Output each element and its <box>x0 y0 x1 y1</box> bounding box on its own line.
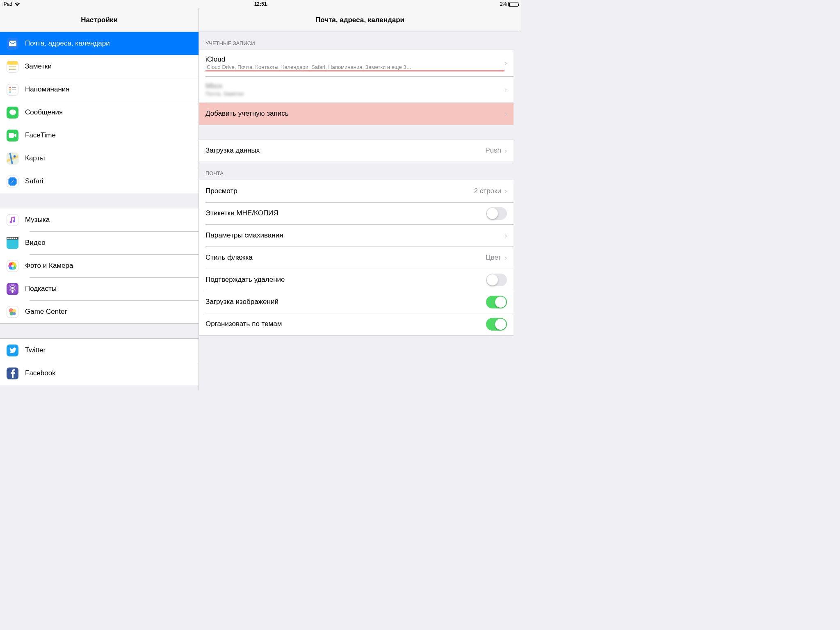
sidebar-item-карты[interactable]: Карты <box>0 147 199 170</box>
sidebar-item-видео[interactable]: Видео <box>0 231 199 254</box>
chevron-right-icon: › <box>504 187 507 196</box>
sidebar-item-facebook[interactable]: Facebook <box>0 362 199 385</box>
sidebar-item-label: Карты <box>25 154 192 162</box>
row-label: Стиль флажка <box>205 253 486 262</box>
sidebar-item-подкасты[interactable]: Подкасты <box>0 277 199 300</box>
facetime-icon <box>7 130 18 142</box>
row-label: Этикетки МНЕ/КОПИЯ <box>205 209 486 217</box>
svg-rect-24 <box>9 237 11 239</box>
clock: 12:51 <box>254 1 267 7</box>
account-subtitle: iCloud Drive, Почта, Контакты, Календари… <box>205 64 504 71</box>
row-label: Подтверждать удаление <box>205 276 486 284</box>
svg-point-8 <box>9 87 11 88</box>
sidebar-item-label: Safari <box>25 177 192 185</box>
safari-icon <box>7 176 18 187</box>
detail-title: Почта, адреса, календари <box>315 16 404 24</box>
photos-icon <box>7 260 18 272</box>
sidebar-item-label: Twitter <box>25 346 192 354</box>
sidebar-item-заметки[interactable]: Заметки <box>0 55 199 78</box>
maps-icon <box>7 153 18 164</box>
fetch-value: Push <box>485 146 501 155</box>
sidebar-item-game-center[interactable]: Game Center <box>0 300 199 323</box>
fetch-row[interactable]: Загрузка данных Push › <box>199 139 514 162</box>
accounts-header: УЧЕТНЫЕ ЗАПИСИ <box>199 32 514 50</box>
svg-point-45 <box>13 312 16 315</box>
svg-rect-14 <box>9 133 14 138</box>
sidebar-item-почта-адреса-календари[interactable]: Почта, адреса, календари <box>0 32 199 55</box>
account-title: Mbox <box>205 82 504 90</box>
notes-icon <box>7 61 18 73</box>
chevron-right-icon: › <box>504 85 507 94</box>
sidebar-title-bar: Настройки <box>0 8 199 32</box>
sidebar-item-label: Почта, адреса, календари <box>25 39 192 48</box>
sidebar-item-facetime[interactable]: FaceTime <box>0 124 199 147</box>
chevron-right-icon: › <box>504 59 507 68</box>
svg-point-10 <box>9 91 11 93</box>
chevron-right-icon: › <box>504 146 507 155</box>
mail-row-загрузка-изображений[interactable]: Загрузка изображений <box>199 291 514 313</box>
podcasts-icon <box>7 283 18 295</box>
sidebar-item-сообщения[interactable]: Сообщения <box>0 101 199 124</box>
svg-rect-25 <box>11 237 13 239</box>
twitter-icon <box>7 345 18 356</box>
svg-rect-23 <box>7 237 9 239</box>
sidebar-item-label: Музыка <box>25 216 192 224</box>
account-title: iCloud <box>205 55 504 64</box>
toggle-switch[interactable] <box>486 296 507 308</box>
row-label: Организовать по темам <box>205 320 486 328</box>
chevron-right-icon: › <box>504 110 507 118</box>
battery-percent: 2% <box>500 1 507 7</box>
mail-row-организовать-по-темам[interactable]: Организовать по темам <box>199 313 514 335</box>
sidebar-item-label: Напоминания <box>25 85 192 94</box>
status-bar: iPad 12:51 2% <box>0 0 521 8</box>
svg-rect-27 <box>16 237 17 239</box>
fetch-label: Загрузка данных <box>205 146 485 155</box>
sidebar-item-label: Заметки <box>25 62 192 71</box>
sidebar-item-label: Фото и Камера <box>25 262 192 270</box>
settings-sidebar: Настройки Почта, адреса, календариЗаметк… <box>0 8 199 390</box>
mail-header: ПОЧТА <box>199 162 514 180</box>
reminders-icon <box>7 84 18 96</box>
sidebar-item-label: Видео <box>25 239 192 247</box>
sidebar-item-safari[interactable]: Safari <box>0 170 199 193</box>
sidebar-item-twitter[interactable]: Twitter <box>0 339 199 362</box>
sidebar-item-label: FaceTime <box>25 131 192 139</box>
mail-icon <box>7 38 18 50</box>
sidebar-item-напоминания[interactable]: Напоминания <box>0 78 199 101</box>
device-label: iPad <box>2 1 12 7</box>
sidebar-item-label: Game Center <box>25 308 192 316</box>
row-label: Просмотр <box>205 187 474 195</box>
battery-icon <box>508 2 518 7</box>
sidebar-item-фото-и-камера[interactable]: Фото и Камера <box>0 254 199 277</box>
sidebar-item-музыка[interactable]: Музыка <box>0 208 199 231</box>
svg-rect-26 <box>14 237 15 239</box>
svg-rect-0 <box>9 41 16 46</box>
chevron-right-icon: › <box>504 231 507 240</box>
fetch-group: Загрузка данных Push › <box>199 139 514 162</box>
gamecenter-icon <box>7 306 18 318</box>
row-label: Загрузка изображений <box>205 298 486 306</box>
videos-icon <box>7 237 18 249</box>
mail-row-параметры-смахивания[interactable]: Параметры смахивания› <box>199 224 514 247</box>
sidebar-item-label: Подкасты <box>25 285 192 293</box>
add-account-label: Добавить учетную запись <box>205 110 504 118</box>
toggle-switch[interactable] <box>486 318 507 331</box>
accounts-group: iCloudiCloud Drive, Почта, Контакты, Кал… <box>199 50 514 125</box>
toggle-switch[interactable] <box>486 274 507 286</box>
mail-row-просмотр[interactable]: Просмотр2 строки› <box>199 180 514 202</box>
svg-point-38 <box>11 287 14 289</box>
mail-group: Просмотр2 строки›Этикетки МНЕ/КОПИЯПарам… <box>199 180 514 336</box>
mail-row-стиль-флажка[interactable]: Стиль флажкаЦвет› <box>199 247 514 269</box>
music-icon <box>7 214 18 226</box>
mail-row-этикетки-мне-копия[interactable]: Этикетки МНЕ/КОПИЯ <box>199 202 514 224</box>
mail-row-подтверждать-удаление[interactable]: Подтверждать удаление <box>199 269 514 291</box>
account-row[interactable]: iCloudiCloud Drive, Почта, Контакты, Кал… <box>199 50 514 76</box>
account-row[interactable]: MboxПочта, Заметки› <box>199 76 514 103</box>
facebook-icon <box>7 368 18 379</box>
row-value: 2 строки <box>474 187 501 195</box>
add-account-row[interactable]: Добавить учетную запись› <box>199 103 514 125</box>
toggle-switch[interactable] <box>486 207 507 220</box>
row-value: Цвет <box>486 253 501 262</box>
detail-pane: Почта, адреса, календари УЧЕТНЫЕ ЗАПИСИ … <box>199 8 521 390</box>
sidebar-title: Настройки <box>81 16 118 24</box>
